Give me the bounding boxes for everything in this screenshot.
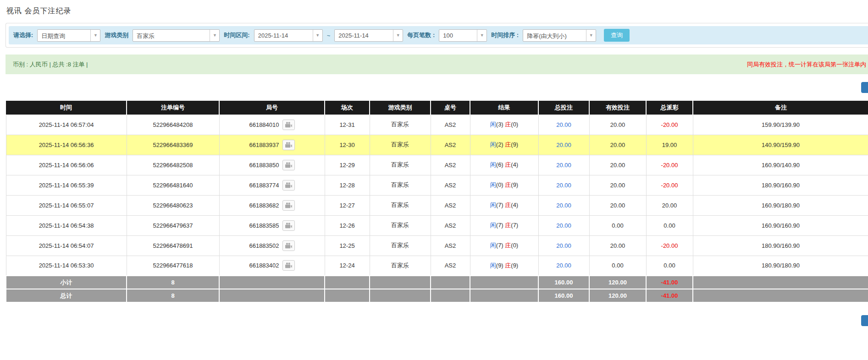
result-banker-label: 庄 <box>505 222 511 229</box>
time-sort-select[interactable]: 降幂(由大到小) ▼ <box>523 29 596 42</box>
date-to-select[interactable]: 2025-11-14 ▼ <box>334 29 403 42</box>
video-replay-button[interactable] <box>282 140 295 150</box>
cell-total-bet-link[interactable]: 20.00 <box>556 222 571 229</box>
cell-result: 闲(7) 庄(4) <box>470 195 538 215</box>
cell-payout: -20.00 <box>646 155 693 175</box>
cell-total-bet-link[interactable]: 20.00 <box>556 142 571 148</box>
video-replay-button[interactable] <box>282 220 295 231</box>
column-header: 总投注 <box>538 101 589 115</box>
video-replay-button[interactable] <box>282 240 295 251</box>
cell-game-type: 百家乐 <box>370 155 431 175</box>
cell-payout: 0.00 <box>646 256 693 276</box>
cell-round: 661883682 <box>249 200 294 211</box>
cell-total-bet-link[interactable]: 20.00 <box>556 182 571 189</box>
cell-valid-bet: 20.00 <box>589 115 646 135</box>
date-from-select[interactable]: 2025-11-14 ▼ <box>254 29 323 42</box>
video-replay-button[interactable] <box>282 180 295 191</box>
video-replay-button[interactable] <box>282 260 295 271</box>
summary-bar: 币别 : 人民币 | 总共 :8 注单 | 同局有效投注，统一计算在该局第一张注… <box>6 55 868 74</box>
game-type-select[interactable]: 百家乐 ▼ <box>133 29 220 42</box>
round-id: 661883850 <box>249 162 279 169</box>
page-size-label: 每页笔数 : <box>407 31 435 39</box>
partial-button-top[interactable] <box>861 82 868 93</box>
search-button[interactable]: 查询 <box>604 29 630 42</box>
cell-time: 2025-11-14 06:54:07 <box>6 235 127 256</box>
cell-result: 闲(2) 庄(9) <box>470 135 538 155</box>
cell-session: 12-31 <box>325 115 370 135</box>
column-header: 桌号 <box>431 101 470 115</box>
cell-valid-bet: 20.00 <box>589 175 646 195</box>
result-banker-label: 庄 <box>505 181 511 188</box>
cell-remark: 160.90/160.90 <box>693 215 868 235</box>
column-header: 总派彩 <box>646 101 693 115</box>
video-icon <box>285 122 292 128</box>
result-player-label: 闲 <box>490 161 496 168</box>
summary-row: 小计 8 160.00 120.00 -41.00 <box>6 276 868 289</box>
footer-label: 小计 <box>6 276 127 289</box>
column-header: 备注 <box>693 101 868 115</box>
cell-session: 12-26 <box>325 215 370 235</box>
cell-bet-id: 522966482508 <box>127 155 219 175</box>
bet-records-table: 时间注单编号局号场次游戏类别桌号结果总投注有效投注总派彩备注 2025-11-1… <box>6 101 868 303</box>
cell-time: 2025-11-14 06:57:04 <box>6 115 127 135</box>
cell-time: 2025-11-14 06:55:39 <box>6 175 127 195</box>
cell-table-no: AS2 <box>431 115 470 135</box>
cell-result: 闲(9) 庄(9) <box>470 256 538 276</box>
footer-count: 8 <box>127 276 219 289</box>
cell-round: 661883937 <box>249 140 294 150</box>
video-replay-button[interactable] <box>282 200 295 211</box>
cell-table-no: AS2 <box>431 195 470 215</box>
cell-payout: -20.00 <box>646 235 693 256</box>
result-player-score: (0) <box>496 181 503 188</box>
table-row: 2025-11-14 06:55:07 522966480623 6618836… <box>6 195 868 215</box>
cell-remark: 160.90/140.90 <box>693 155 868 175</box>
column-header: 局号 <box>219 101 325 115</box>
cell-remark: 159.90/139.90 <box>693 115 868 135</box>
cell-game-type: 百家乐 <box>370 235 431 256</box>
cell-table-no: AS2 <box>431 175 470 195</box>
column-header: 游戏类别 <box>370 101 431 115</box>
cell-result: 闲(7) 庄(7) <box>470 215 538 235</box>
cell-payout: -20.00 <box>646 175 693 195</box>
time-sort-label: 时间排序 : <box>491 31 519 39</box>
cell-session: 12-25 <box>325 235 370 256</box>
currency-summary: 币别 : 人民币 | 总共 :8 注单 | <box>13 60 88 69</box>
table-row: 2025-11-14 06:56:06 522966482508 6618838… <box>6 155 868 175</box>
partial-button-bottom[interactable] <box>861 315 868 326</box>
result-banker-score: (9) <box>511 141 518 148</box>
cell-bet-id: 522966483369 <box>127 135 219 155</box>
page-title: 视讯 会员下注纪录 <box>0 0 868 16</box>
result-player-score: (6) <box>496 161 503 168</box>
cell-total-bet-link[interactable]: 20.00 <box>556 121 571 128</box>
result-banker-score: (7) <box>511 222 518 229</box>
cell-table-no: AS2 <box>431 215 470 235</box>
query-mode-value: 日期查询 <box>38 30 90 41</box>
page-size-value: 100 <box>439 30 477 41</box>
table-header-row: 时间注单编号局号场次游戏类别桌号结果总投注有效投注总派彩备注 <box>6 101 868 115</box>
chevron-down-icon: ▼ <box>210 30 219 41</box>
cell-game-type: 百家乐 <box>370 256 431 276</box>
result-player-score: (9) <box>496 262 503 269</box>
cell-table-no: AS2 <box>431 256 470 276</box>
video-icon <box>285 223 292 229</box>
result-player-label: 闲 <box>490 262 496 269</box>
query-mode-select[interactable]: 日期查询 ▼ <box>37 29 100 42</box>
cell-total-bet-link[interactable]: 20.00 <box>556 242 571 249</box>
page-size-select[interactable]: 100 ▼ <box>439 29 487 42</box>
cell-session: 12-28 <box>325 175 370 195</box>
video-icon <box>285 262 292 268</box>
round-id: 661883402 <box>249 262 279 269</box>
video-replay-button[interactable] <box>282 120 295 130</box>
cell-total-bet-link[interactable]: 20.00 <box>556 202 571 209</box>
cell-total-bet-link[interactable]: 20.00 <box>556 162 571 169</box>
cell-session: 12-30 <box>325 135 370 155</box>
cell-table-no: AS2 <box>431 155 470 175</box>
result-banker-score: (4) <box>511 161 518 168</box>
cell-time: 2025-11-14 06:53:30 <box>6 256 127 276</box>
video-replay-button[interactable] <box>282 160 295 170</box>
date-to-value: 2025-11-14 <box>335 30 393 41</box>
footer-label: 总计 <box>6 289 127 302</box>
result-banker-score: (9) <box>511 262 518 269</box>
result-banker-score: (9) <box>511 181 518 188</box>
cell-total-bet-link[interactable]: 20.00 <box>556 262 571 269</box>
